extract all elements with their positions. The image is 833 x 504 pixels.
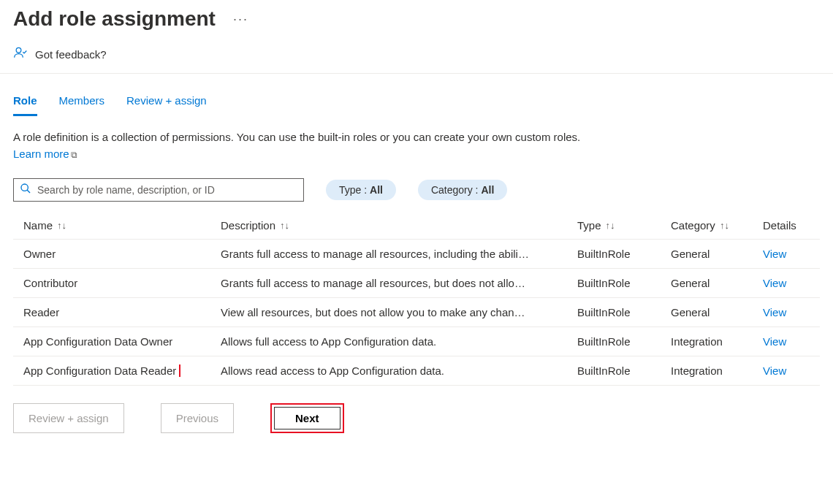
- description-text: A role definition is a collection of per…: [13, 131, 580, 143]
- cell-type: BuiltInRole: [577, 335, 671, 348]
- tabs: RoleMembersReview + assign: [0, 74, 833, 116]
- svg-point-0: [16, 47, 21, 53]
- cell-category: General: [671, 248, 763, 260]
- table-header: Name↑↓ Description↑↓ Type↑↓ Category↑↓ D…: [13, 212, 820, 240]
- feedback-label: Got feedback?: [35, 48, 107, 61]
- type-filter[interactable]: Type : All: [326, 180, 396, 200]
- cell-name: Reader: [23, 306, 221, 318]
- feedback-link[interactable]: Got feedback?: [0, 31, 833, 74]
- cell-description: Allows full access to App Configuration …: [221, 335, 577, 348]
- table-row[interactable]: App Configuration Data ReaderAllows read…: [13, 356, 820, 386]
- cell-name: App Configuration Data Reader: [23, 364, 221, 377]
- cell-type: BuiltInRole: [577, 277, 671, 289]
- table-row[interactable]: OwnerGrants full access to manage all re…: [13, 240, 820, 269]
- cell-category: General: [671, 306, 763, 318]
- feedback-icon: [13, 45, 28, 63]
- next-button[interactable]: Next: [274, 407, 341, 429]
- cell-description: Grants full access to manage all resourc…: [221, 277, 577, 289]
- table-row[interactable]: App Configuration Data OwnerAllows full …: [13, 327, 820, 356]
- cell-name: App Configuration Data Owner: [23, 335, 221, 348]
- external-link-icon: ⧉: [71, 148, 77, 161]
- sort-icon: ↑↓: [57, 220, 66, 231]
- previous-button[interactable]: Previous: [161, 403, 234, 433]
- search-icon: [20, 183, 31, 197]
- cell-category: General: [671, 277, 763, 289]
- cell-type: BuiltInRole: [577, 306, 671, 318]
- header-description[interactable]: Description↑↓: [221, 219, 577, 232]
- next-button-highlight: Next: [270, 403, 344, 433]
- cell-category: Integration: [671, 364, 763, 377]
- header-name[interactable]: Name↑↓: [23, 219, 221, 232]
- cell-description: Grants full access to manage all resourc…: [221, 248, 577, 260]
- cell-description: Allows read access to App Configuration …: [221, 364, 577, 377]
- view-link[interactable]: View: [763, 335, 786, 348]
- sort-icon: ↑↓: [606, 220, 615, 231]
- category-filter[interactable]: Category : All: [418, 180, 507, 200]
- search-input[interactable]: [37, 184, 297, 196]
- svg-point-1: [21, 184, 28, 191]
- cell-name: Owner: [23, 248, 221, 260]
- tab-review-assign[interactable]: Review + assign: [126, 90, 207, 116]
- sort-icon: ↑↓: [720, 220, 729, 231]
- tab-role[interactable]: Role: [13, 90, 37, 116]
- review-assign-button[interactable]: Review + assign: [13, 403, 124, 433]
- role-description: A role definition is a collection of per…: [0, 116, 599, 162]
- cell-type: BuiltInRole: [577, 364, 671, 377]
- cell-type: BuiltInRole: [577, 248, 671, 260]
- view-link[interactable]: View: [763, 364, 786, 377]
- table-row[interactable]: ReaderView all resources, but does not a…: [13, 298, 820, 327]
- search-box[interactable]: [13, 178, 304, 202]
- view-link[interactable]: View: [763, 277, 786, 289]
- tab-members[interactable]: Members: [59, 90, 105, 116]
- sort-icon: ↑↓: [280, 220, 289, 231]
- header-details: Details: [763, 219, 810, 232]
- learn-more-link[interactable]: Learn more⧉: [13, 148, 77, 160]
- page-title: Add role assignment: [13, 7, 216, 31]
- view-link[interactable]: View: [763, 306, 786, 318]
- header-type[interactable]: Type↑↓: [577, 219, 671, 232]
- svg-line-2: [27, 190, 30, 193]
- more-icon[interactable]: ···: [233, 12, 248, 27]
- cell-category: Integration: [671, 335, 763, 348]
- view-link[interactable]: View: [763, 248, 786, 260]
- header-category[interactable]: Category↑↓: [671, 219, 763, 232]
- table-row[interactable]: ContributorGrants full access to manage …: [13, 269, 820, 298]
- cell-name: Contributor: [23, 277, 221, 289]
- cell-description: View all resources, but does not allow y…: [221, 306, 577, 318]
